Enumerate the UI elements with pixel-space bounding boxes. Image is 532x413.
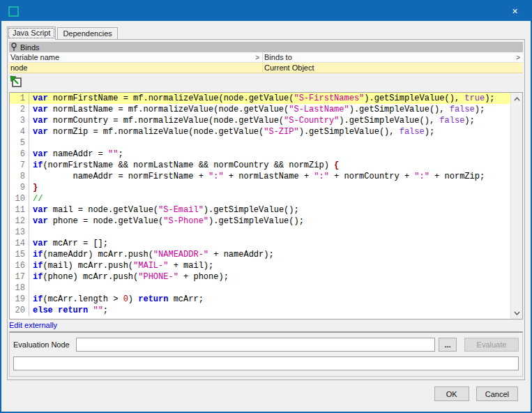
bind-target-cell[interactable]: Current Object bbox=[263, 63, 523, 73]
code-line[interactable]: 7if(normFirstName && normLastName && nor… bbox=[10, 160, 510, 171]
close-icon: × bbox=[512, 6, 517, 17]
evaluation-node-input[interactable] bbox=[76, 338, 435, 352]
evaluation-panel: Evaluation Node ... Evaluate bbox=[9, 331, 523, 377]
line-number: 8 bbox=[10, 171, 29, 182]
code-line[interactable]: 5 bbox=[10, 137, 510, 149]
sort-indicator-icon: > bbox=[255, 54, 259, 61]
script-editor-dialog: × Java Script Dependencies Binds Variabl… bbox=[0, 0, 532, 413]
tab-dependencies[interactable]: Dependencies bbox=[57, 27, 117, 39]
column-label: Variable name bbox=[10, 53, 59, 61]
line-number: 18 bbox=[10, 283, 29, 294]
code-text: if(phone) mcArr.push("PHONE-" + phone); bbox=[29, 271, 229, 283]
insert-bind-button[interactable] bbox=[9, 75, 23, 89]
code-text: var phone = node.getValue("S-Phone").get… bbox=[29, 216, 304, 227]
edit-externally-link[interactable]: Edit externally bbox=[9, 320, 57, 330]
code-line[interactable]: 9} bbox=[10, 182, 510, 193]
dialog-footer: OK Cancel bbox=[7, 380, 525, 412]
code-line[interactable]: 16if(mail) mcArr.push("MAIL-" + mail); bbox=[10, 260, 510, 271]
scroll-up-arrow[interactable] bbox=[511, 93, 522, 105]
code-text: var normZip = mf.normalizeValue(node.get… bbox=[29, 126, 434, 137]
tab-javascript[interactable]: Java Script bbox=[7, 27, 56, 40]
code-line[interactable]: 15if(nameAddr) mcArr.push("NAMEADDR-" + … bbox=[10, 249, 510, 260]
line-number: 14 bbox=[10, 238, 29, 249]
code-text: if(nameAddr) mcArr.push("NAMEADDR-" + na… bbox=[29, 249, 274, 260]
code-line[interactable]: 17if(phone) mcArr.push("PHONE-" + phone)… bbox=[10, 271, 510, 283]
code-text: if(normFirstName && normLastName && norm… bbox=[29, 160, 339, 171]
vertical-scrollbar[interactable] bbox=[510, 93, 522, 319]
line-number: 13 bbox=[10, 227, 29, 238]
evaluation-node-label: Evaluation Node bbox=[13, 340, 73, 349]
line-number: 4 bbox=[10, 126, 29, 137]
code-line[interactable]: 4var normZip = mf.normalizeValue(node.ge… bbox=[10, 126, 510, 137]
titlebar: × bbox=[1, 1, 531, 21]
evaluate-button[interactable]: Evaluate bbox=[464, 338, 519, 352]
code-line[interactable]: 13 bbox=[10, 227, 510, 238]
cancel-button[interactable]: Cancel bbox=[476, 386, 518, 401]
chevron-up-icon bbox=[514, 97, 520, 101]
code-line[interactable]: 1var normFirstName = mf.normalizeValue(n… bbox=[10, 93, 510, 104]
line-number: 7 bbox=[10, 160, 29, 171]
dialog-body: Java Script Dependencies Binds Variable … bbox=[1, 21, 531, 412]
tab-page-javascript: Binds Variable name > Binds to > node Cu… bbox=[7, 39, 525, 380]
line-number: 10 bbox=[10, 193, 29, 204]
pin-icon bbox=[10, 43, 17, 52]
line-number: 6 bbox=[10, 149, 29, 160]
code-editor[interactable]: 1var normFirstName = mf.normalizeValue(n… bbox=[9, 92, 523, 320]
code-text: if(mcArr.length > 0) return mcArr; bbox=[29, 294, 204, 305]
code-line[interactable]: 14var mcArr = []; bbox=[10, 238, 510, 249]
evaluation-row: Evaluation Node ... Evaluate bbox=[13, 338, 519, 352]
code-line[interactable]: 18 bbox=[10, 283, 510, 294]
line-number: 1 bbox=[10, 93, 29, 104]
code-line[interactable]: 10// bbox=[10, 193, 510, 204]
code-text: var normCountry = mf.normalizeValue(node… bbox=[29, 115, 475, 126]
line-number: 5 bbox=[10, 137, 29, 149]
code-text: var nameAddr = ""; bbox=[29, 149, 123, 160]
code-lines: 1var normFirstName = mf.normalizeValue(n… bbox=[10, 93, 510, 319]
line-number: 20 bbox=[10, 305, 29, 316]
code-line[interactable]: 8 nameAddr = normFirstName + ":" + normL… bbox=[10, 171, 510, 182]
code-text: nameAddr = normFirstName + ":" + normLas… bbox=[29, 171, 485, 182]
tab-bar: Java Script Dependencies bbox=[7, 26, 525, 39]
green-arrow-icon bbox=[10, 75, 22, 88]
code-text: } bbox=[29, 182, 38, 193]
line-number: 2 bbox=[10, 104, 29, 115]
code-text: if(mail) mcArr.push("MAIL-" + mail); bbox=[29, 260, 213, 271]
line-number: 19 bbox=[10, 294, 29, 305]
code-line[interactable]: 19if(mcArr.length > 0) return mcArr; bbox=[10, 294, 510, 305]
evaluation-result-input[interactable] bbox=[13, 356, 519, 370]
close-button[interactable]: × bbox=[499, 1, 531, 21]
code-text bbox=[29, 227, 33, 238]
code-text: else return ""; bbox=[29, 305, 108, 316]
code-text: // bbox=[29, 193, 43, 204]
line-number: 17 bbox=[10, 271, 29, 283]
chevron-down-icon bbox=[514, 311, 520, 315]
code-line[interactable]: 20else return ""; bbox=[10, 305, 510, 316]
bind-table-row[interactable]: node Current Object bbox=[9, 63, 523, 73]
column-header-variable-name[interactable]: Variable name > bbox=[9, 52, 263, 62]
code-line[interactable]: 3var normCountry = mf.normalizeValue(nod… bbox=[10, 115, 510, 126]
binds-toolbar bbox=[9, 73, 523, 92]
line-number: 3 bbox=[10, 115, 29, 126]
code-text: var mail = node.getValue("S-Email").getS… bbox=[29, 204, 299, 216]
line-number: 12 bbox=[10, 216, 29, 227]
line-number: 15 bbox=[10, 249, 29, 260]
code-line[interactable]: 12var phone = node.getValue("S-Phone").g… bbox=[10, 216, 510, 227]
scroll-down-arrow[interactable] bbox=[511, 307, 522, 319]
browse-node-button[interactable]: ... bbox=[439, 338, 457, 352]
window-icon bbox=[8, 6, 19, 17]
code-text bbox=[29, 283, 33, 294]
code-text: var normLastName = mf.normalizeValue(nod… bbox=[29, 104, 485, 115]
bind-variable-cell[interactable]: node bbox=[9, 63, 263, 73]
ok-button[interactable]: OK bbox=[434, 386, 469, 401]
scroll-track[interactable] bbox=[511, 105, 522, 307]
code-line[interactable]: 11var mail = node.getValue("S-Email").ge… bbox=[10, 204, 510, 216]
column-header-binds-to[interactable]: Binds to > bbox=[263, 52, 523, 62]
binds-section-header: Binds bbox=[9, 42, 523, 52]
line-number: 16 bbox=[10, 260, 29, 271]
code-line[interactable]: 2var normLastName = mf.normalizeValue(no… bbox=[10, 104, 510, 115]
code-line[interactable]: 6var nameAddr = ""; bbox=[10, 149, 510, 160]
line-number: 11 bbox=[10, 204, 29, 216]
column-label: Binds to bbox=[264, 53, 292, 61]
sort-indicator-icon: > bbox=[516, 54, 520, 61]
code-text: var normFirstName = mf.normalizeValue(no… bbox=[29, 93, 495, 104]
